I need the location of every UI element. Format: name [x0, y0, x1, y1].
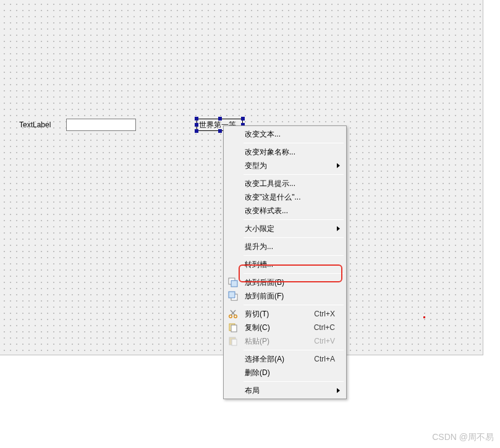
menu-select-all-shortcut: Ctrl+A — [314, 355, 335, 363]
bring-to-front-icon — [228, 291, 238, 301]
menu-separator — [244, 174, 344, 175]
menu-change-stylesheet[interactable]: 改变样式表... — [225, 204, 345, 218]
menu-separator — [244, 237, 344, 238]
menu-separator — [244, 143, 344, 143]
menu-change-object-name-label: 改变对象名称... — [245, 147, 295, 158]
menu-separator — [244, 350, 344, 350]
menu-layout-label: 布局 — [245, 386, 260, 396]
menu-go-to-slot[interactable]: 转到槽... — [225, 258, 345, 271]
menu-delete[interactable]: 删除(D) — [225, 366, 345, 379]
menu-change-whatsthis-label: 改变"这是什么"... — [245, 192, 301, 203]
line-edit-widget[interactable] — [66, 119, 136, 131]
svg-point-4 — [229, 315, 232, 318]
menu-morph-into-label: 变型为 — [245, 161, 267, 171]
submenu-arrow-icon — [337, 226, 340, 231]
menu-copy[interactable]: 复制(C) Ctrl+C — [225, 321, 345, 334]
svg-line-6 — [231, 310, 235, 315]
menu-promote-to[interactable]: 提升为... — [225, 240, 345, 253]
menu-delete-label: 删除(D) — [245, 368, 270, 378]
menu-promote-to-label: 提升为... — [245, 242, 273, 252]
menu-cut-label: 剪切(T) — [245, 309, 269, 319]
menu-change-object-name[interactable]: 改变对象名称... — [225, 145, 345, 159]
svg-line-7 — [231, 310, 235, 315]
menu-change-tooltip[interactable]: 改变工具提示... — [225, 177, 345, 190]
menu-bring-to-front-label: 放到前面(F) — [245, 291, 284, 302]
menu-separator — [244, 273, 344, 274]
menu-change-whatsthis[interactable]: 改变"这是什么"... — [225, 190, 345, 204]
resize-handle-bottom-mid[interactable] — [218, 129, 222, 133]
menu-layout[interactable]: 布局 — [225, 384, 345, 397]
menu-send-to-back[interactable]: 放到后面(B) — [225, 276, 345, 289]
menu-separator — [244, 255, 344, 256]
copy-icon — [228, 323, 238, 332]
menu-paste: 粘贴(P) Ctrl+V — [225, 334, 345, 348]
menu-go-to-slot-label: 转到槽... — [245, 260, 273, 270]
label-widget[interactable]: TextLabel — [19, 120, 51, 129]
menu-select-all[interactable]: 选择全部(A) Ctrl+A — [225, 352, 345, 366]
menu-change-text-label: 改变文本... — [245, 129, 281, 140]
menu-paste-label: 粘贴(P) — [245, 336, 269, 347]
resize-handle-top-mid[interactable] — [218, 117, 222, 120]
menu-change-stylesheet-label: 改变样式表... — [245, 206, 288, 216]
context-menu: 改变文本... 改变对象名称... 变型为 改变工具提示... 改变"这是什么"… — [223, 125, 347, 399]
menu-size-constraints[interactable]: 大小限定 — [225, 222, 345, 235]
menu-change-tooltip-label: 改变工具提示... — [245, 179, 295, 189]
svg-rect-9 — [231, 325, 237, 332]
menu-separator — [244, 305, 344, 305]
svg-rect-1 — [231, 281, 237, 287]
menu-copy-shortcut: Ctrl+C — [314, 323, 335, 332]
paste-icon — [228, 336, 238, 346]
menu-paste-shortcut: Ctrl+V — [314, 337, 335, 345]
menu-cut-shortcut: Ctrl+X — [314, 310, 335, 318]
menu-morph-into[interactable]: 变型为 — [225, 159, 345, 172]
submenu-arrow-icon — [337, 388, 340, 393]
cut-icon — [228, 309, 238, 319]
menu-separator — [244, 219, 344, 220]
menu-size-constraints-label: 大小限定 — [245, 224, 274, 234]
menu-cut[interactable]: 剪切(T) Ctrl+X — [225, 307, 345, 321]
submenu-arrow-icon — [337, 163, 340, 168]
resize-handle-top-left[interactable] — [195, 117, 198, 120]
watermark-text: CSDN @周不易 — [432, 432, 494, 443]
svg-rect-11 — [232, 339, 237, 345]
menu-separator — [244, 381, 344, 382]
menu-bring-to-front[interactable]: 放到前面(F) — [225, 289, 345, 303]
menu-copy-label: 复制(C) — [245, 323, 270, 333]
menu-change-text[interactable]: 改变文本... — [225, 127, 345, 141]
svg-rect-3 — [229, 292, 235, 298]
resize-handle-mid-left[interactable] — [195, 123, 198, 127]
resize-handle-top-right[interactable] — [241, 117, 245, 120]
send-to-back-icon — [228, 277, 238, 287]
svg-point-5 — [234, 315, 237, 318]
menu-send-to-back-label: 放到后面(B) — [245, 277, 284, 288]
marker-dot — [423, 316, 425, 318]
resize-handle-bottom-left[interactable] — [195, 129, 198, 133]
menu-select-all-label: 选择全部(A) — [245, 354, 284, 365]
